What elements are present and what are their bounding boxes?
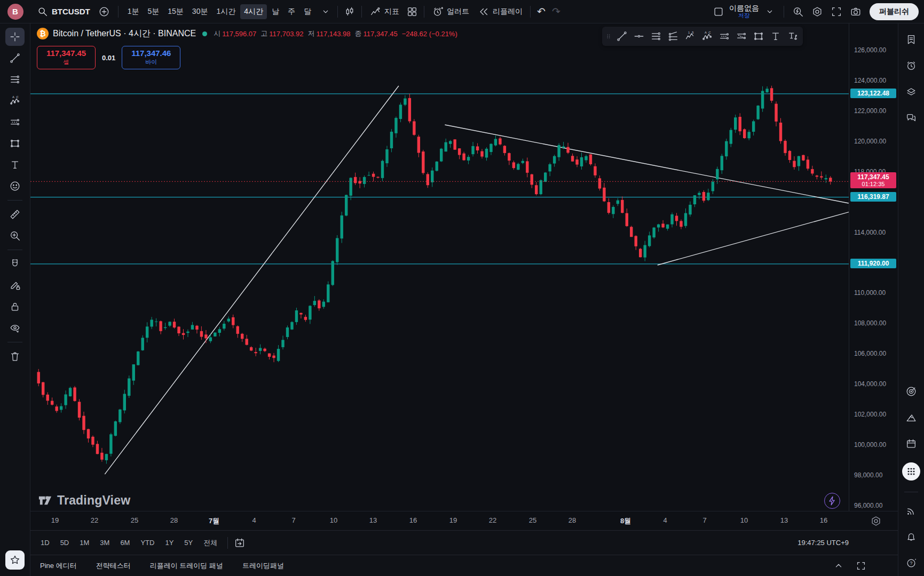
range-button-5Y[interactable]: 5Y: [180, 536, 196, 549]
panel-maximize-icon[interactable]: [855, 560, 867, 572]
measure-tool[interactable]: [5, 205, 25, 223]
apps-menu-button[interactable]: [902, 462, 920, 481]
time-axis[interactable]: 192225287월47101316192225288월47101316: [30, 511, 898, 530]
fav-horizontal-line-tool[interactable]: [631, 28, 647, 44]
layout-menu-button[interactable]: [761, 3, 778, 20]
level-price-label-0[interactable]: 123,122.48: [850, 89, 896, 98]
calendar-button[interactable]: [904, 436, 919, 451]
interval-button-달[interactable]: 달: [300, 4, 315, 19]
candlestick-chart[interactable]: [30, 23, 849, 511]
bottom-tab-3[interactable]: 트레이딩패널: [242, 561, 284, 571]
xabcd-pattern-tool[interactable]: AC: [5, 92, 25, 110]
market-status-dot[interactable]: [202, 31, 207, 36]
panel-expand-icon[interactable]: [833, 560, 844, 572]
crosshair-tool[interactable]: [5, 28, 25, 46]
range-button-6M[interactable]: 6M: [116, 536, 133, 549]
symbol-search-button[interactable]: BTCUSDT: [33, 3, 94, 20]
goto-date-button[interactable]: [231, 534, 248, 551]
alerts-panel-button[interactable]: [904, 58, 919, 73]
clock-utc[interactable]: 19:47:25 UTC+9: [797, 539, 891, 547]
range-button-1D[interactable]: 1D: [37, 536, 53, 549]
fav-rectangle-tool[interactable]: [751, 28, 767, 44]
range-button-1Y[interactable]: 1Y: [161, 536, 177, 549]
object-tree-button[interactable]: [904, 84, 919, 99]
drag-handle[interactable]: [604, 28, 613, 44]
interval-button-주[interactable]: 주: [284, 4, 299, 19]
bottom-tab-0[interactable]: Pine 에디터: [40, 561, 77, 571]
user-avatar[interactable]: B: [7, 4, 23, 20]
fav-anchored-text-tool[interactable]: [785, 28, 801, 44]
layout-select-button[interactable]: [710, 3, 727, 20]
fullscreen-button[interactable]: [828, 3, 845, 20]
layout-name-button[interactable]: 이름없음 저장: [729, 4, 759, 19]
interval-button-날[interactable]: 날: [268, 4, 283, 19]
fav-trend-line-tool[interactable]: [614, 28, 630, 44]
drawing-lock-tool[interactable]: [5, 276, 25, 294]
hide-all-tool[interactable]: [5, 319, 25, 337]
sell-button[interactable]: 117,347.45 셀: [37, 46, 96, 69]
symbol-title[interactable]: Bitcoin / TetherUS · 4시간 · BINANCE: [53, 28, 196, 39]
fav-short-position-tool[interactable]: [733, 28, 749, 44]
magnet-tool[interactable]: [5, 255, 25, 273]
interval-button-1시간[interactable]: 1시간: [212, 4, 239, 19]
boost-button[interactable]: [824, 493, 840, 509]
rectangle-tool[interactable]: [5, 134, 25, 153]
quick-search-button[interactable]: [789, 3, 807, 20]
level-price-label-2[interactable]: 111,920.00: [850, 259, 896, 268]
fav-fib-retracement-tool[interactable]: [648, 28, 664, 44]
watchlist-button[interactable]: [904, 32, 919, 47]
trend-line-tool[interactable]: [5, 49, 25, 67]
fav-long-position-tool[interactable]: [716, 28, 732, 44]
snapshot-button[interactable]: [847, 3, 864, 20]
redo-button[interactable]: ↷: [549, 5, 564, 18]
range-button-전체[interactable]: 전체: [200, 535, 221, 550]
axis-settings-gear-icon[interactable]: [870, 515, 882, 527]
interval-more-button[interactable]: [317, 3, 334, 20]
fav-xabcd-pattern-tool[interactable]: AC: [699, 28, 715, 44]
emoji-tool[interactable]: [5, 177, 25, 195]
range-button-1M[interactable]: 1M: [76, 536, 93, 549]
undo-button[interactable]: ↶: [534, 5, 549, 18]
help-button[interactable]: ?: [904, 556, 919, 571]
chart-style-button[interactable]: [341, 3, 358, 20]
alert-button[interactable]: 얼러트: [428, 3, 473, 20]
range-button-3M[interactable]: 3M: [96, 536, 113, 549]
compare-add-button[interactable]: [96, 3, 113, 20]
bottom-tab-2[interactable]: 리플레이 트레이딩 패널: [150, 561, 223, 571]
favorites-toolbar-button[interactable]: [5, 550, 25, 570]
settings-button[interactable]: [809, 3, 826, 20]
fib-retracement-tool[interactable]: [5, 70, 25, 89]
chart-plot[interactable]: ₿ Bitcoin / TetherUS · 4시간 · BINANCE 시11…: [30, 23, 849, 511]
anchored-text-icon: [787, 30, 799, 42]
ideas-button[interactable]: [904, 410, 919, 425]
interval-button-5분[interactable]: 5분: [144, 4, 163, 19]
interval-button-30분[interactable]: 30분: [188, 4, 212, 19]
range-button-YTD[interactable]: YTD: [137, 536, 158, 549]
interval-button-1분[interactable]: 1분: [124, 4, 143, 19]
replay-button[interactable]: 리플레이: [473, 3, 527, 20]
lock-all-tool[interactable]: [5, 298, 25, 316]
fav-text-tool[interactable]: [768, 28, 784, 44]
notifications-button[interactable]: [904, 530, 919, 545]
feed-button[interactable]: [904, 503, 919, 518]
fav-fib-channel-tool[interactable]: [665, 28, 681, 44]
buy-button[interactable]: 117,347.46 바이: [122, 46, 180, 69]
interval-button-15분[interactable]: 15분: [164, 4, 187, 19]
bottom-tab-1[interactable]: 전략테스터: [96, 561, 131, 571]
range-button-5D[interactable]: 5D: [57, 536, 73, 549]
remove-drawings-tool[interactable]: [5, 347, 25, 365]
lightning-icon: [826, 495, 838, 507]
indicator-templates-button[interactable]: [404, 3, 421, 20]
indicators-button[interactable]: 지표: [365, 3, 404, 20]
fav-elliott-wave-tool[interactable]: 15: [682, 28, 698, 44]
screener-button[interactable]: [904, 384, 919, 399]
zoom-in-tool[interactable]: [5, 227, 25, 245]
publish-button[interactable]: 퍼블리쉬: [870, 3, 919, 20]
level-price-label-1[interactable]: 116,319.87: [850, 192, 896, 202]
text-tool[interactable]: [5, 156, 25, 174]
current-price-label[interactable]: 117,347.4501:12:35: [850, 172, 896, 188]
position-tool[interactable]: [5, 113, 25, 131]
chat-button[interactable]: [904, 110, 919, 125]
interval-button-4시간[interactable]: 4시간: [240, 4, 267, 19]
price-axis[interactable]: 126,000.00124,000.00122,000.00120,000.00…: [849, 23, 898, 511]
